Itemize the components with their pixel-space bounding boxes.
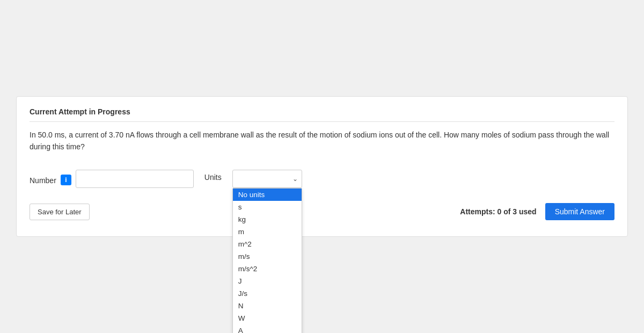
attempts-text: Attempts: 0 of 3 used bbox=[460, 207, 536, 216]
save-later-button[interactable]: Save for Later bbox=[30, 204, 90, 220]
info-icon[interactable]: i bbox=[61, 175, 71, 185]
dropdown-option-ms[interactable]: m/s bbox=[233, 250, 302, 263]
number-label: Number bbox=[30, 176, 56, 185]
units-select-wrapper: ⌄ No units s kg m m^2 m/s m/s^2 J J/s N … bbox=[232, 169, 302, 188]
number-area: Number i bbox=[30, 169, 194, 188]
dropdown-option-no-units[interactable]: No units bbox=[233, 189, 302, 201]
dropdown-option-N[interactable]: N bbox=[233, 300, 302, 312]
units-dropdown: No units s kg m m^2 m/s m/s^2 J J/s N W … bbox=[232, 188, 302, 333]
dropdown-option-s[interactable]: s bbox=[233, 201, 302, 213]
page-container: Current Attempt in Progress In 50.0 ms, … bbox=[16, 96, 628, 237]
dropdown-option-J[interactable]: J bbox=[233, 275, 302, 287]
units-label: Units bbox=[204, 173, 222, 182]
dropdown-option-m[interactable]: m bbox=[233, 226, 302, 238]
dropdown-option-W[interactable]: W bbox=[233, 312, 302, 324]
dropdown-option-ms2[interactable]: m/s^2 bbox=[233, 263, 302, 275]
dropdown-option-kg[interactable]: kg bbox=[233, 213, 302, 226]
dropdown-option-m2[interactable]: m^2 bbox=[233, 238, 302, 250]
section-title: Current Attempt in Progress bbox=[30, 107, 614, 122]
question-text: In 50.0 ms, a current of 3.70 nA flows t… bbox=[30, 129, 614, 153]
bottom-row: Save for Later Attempts: 0 of 3 used Sub… bbox=[30, 203, 614, 220]
dropdown-option-A[interactable]: A bbox=[233, 324, 302, 333]
submit-answer-button[interactable]: Submit Answer bbox=[545, 203, 614, 220]
input-row: Number i Units ⌄ No units s kg m m^2 m/s… bbox=[30, 169, 614, 188]
right-section: Attempts: 0 of 3 used Submit Answer bbox=[460, 203, 614, 220]
number-input[interactable] bbox=[76, 170, 194, 188]
units-select[interactable] bbox=[232, 170, 302, 188]
dropdown-option-Js[interactable]: J/s bbox=[233, 287, 302, 300]
